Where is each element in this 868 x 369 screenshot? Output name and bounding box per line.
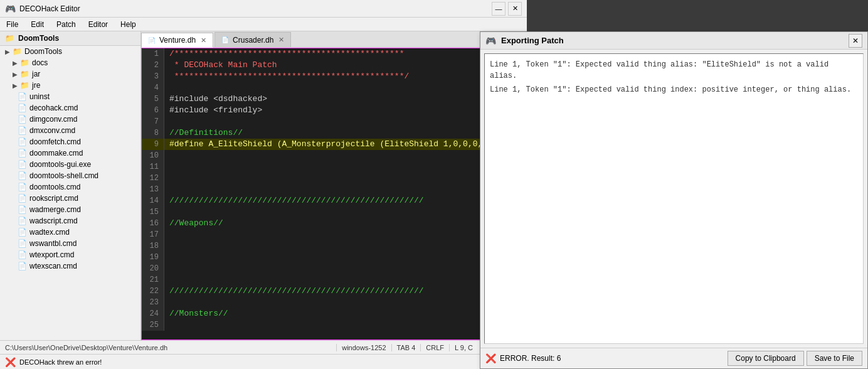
line-num: 21 [142, 274, 164, 286]
file-icon: 📄 [18, 217, 27, 225]
tree-file-wadmerge[interactable]: 📄 wadmerge.cmd [0, 204, 140, 215]
error-message: DECOHack threw an error! [19, 358, 102, 366]
tree-file-wadscript[interactable]: 📄 wadscript.cmd [0, 215, 140, 227]
dialog-title-bar: 🎮 Exporting Patch ✕ [480, 32, 867, 50]
line-num: 19 [142, 252, 164, 263]
tree-file-rookscript[interactable]: 📄 rookscript.cmd [0, 193, 140, 204]
code-line-11: 11 [142, 161, 526, 173]
tree-file-wtexscan[interactable]: 📄 wtexscan.cmd [0, 260, 140, 272]
code-editor[interactable]: 1 /*************************************… [141, 48, 527, 340]
tree-file-uninst[interactable]: 📄 uninst [0, 91, 140, 102]
tree-root-doomtools[interactable]: ▶ 📁 DoomTools [0, 46, 140, 57]
code-line-13: 13 [142, 184, 526, 195]
file-icon: 📄 [18, 194, 27, 203]
tree-label: doomfetch.cmd [29, 137, 81, 146]
tab-venture[interactable]: 📄 Venture.dh ✕ [141, 33, 213, 48]
dialog-error-line-1: Line 1, Token "1": Expected valid thing … [490, 59, 858, 82]
line-num: 15 [142, 206, 164, 218]
tab-crusader[interactable]: 📄 Crusader.dh ✕ [214, 32, 291, 47]
line-num: 2 [142, 60, 164, 71]
menu-help[interactable]: Help [114, 19, 142, 30]
code-content [164, 82, 526, 94]
tree-file-dimgconv[interactable]: 📄 dimgconv.cmd [0, 114, 140, 125]
minimize-button[interactable]: — [492, 2, 505, 16]
code-content: ////////////////////////////////////////… [164, 286, 526, 297]
status-bar: C:\Users\User\OneDrive\Desktop\Venture\V… [0, 340, 483, 354]
exporting-patch-dialog: 🎮 Exporting Patch ✕ Line 1, Token "1": E… [480, 31, 868, 369]
tree-file-doomtools[interactable]: 📄 doomtools.cmd [0, 181, 140, 193]
tree-file-dmxconv[interactable]: 📄 dmxconv.cmd [0, 125, 140, 136]
tab-close-btn[interactable]: ✕ [201, 36, 206, 45]
error-icon: ❌ [5, 357, 16, 367]
save-to-file-button[interactable]: Save to File [807, 351, 862, 366]
line-num: 7 [142, 116, 164, 127]
tree-file-wswantbl[interactable]: 📄 wswantbl.cmd [0, 238, 140, 249]
tree-folder-jar[interactable]: ▶ 📁 jar [0, 68, 140, 80]
code-line-16: 16 //Weapons// [142, 218, 526, 229]
line-num: 24 [142, 308, 164, 319]
folder-icon: 📁 [5, 34, 14, 43]
file-icon: 📄 [18, 239, 27, 248]
status-encoding: windows-1252 [336, 344, 391, 351]
expand-arrow: ▶ [13, 60, 18, 67]
menu-edit[interactable]: Edit [24, 19, 50, 30]
menu-patch[interactable]: Patch [50, 19, 82, 30]
tree-file-decohack[interactable]: 📄 decohack.cmd [0, 102, 140, 114]
line-num: 13 [142, 184, 164, 195]
tree-file-doommake[interactable]: 📄 doommake.cmd [0, 147, 140, 159]
expand-arrow: ▶ [13, 71, 18, 78]
dialog-icon: 🎮 [485, 36, 496, 46]
line-num: 11 [142, 161, 164, 173]
copy-to-clipboard-button[interactable]: Copy to Clipboard [728, 351, 804, 366]
tree-file-doomfetch[interactable]: 📄 doomfetch.cmd [0, 136, 140, 147]
file-icon: 📄 [18, 228, 27, 237]
tree-folder-docs[interactable]: ▶ 📁 docs [0, 57, 140, 68]
menu-file[interactable]: File [0, 19, 24, 30]
line-num: 16 [142, 218, 164, 229]
code-line-1: 1 /*************************************… [142, 48, 526, 60]
code-line-24: 24 //Monsters// [142, 308, 526, 319]
line-num: 17 [142, 229, 164, 240]
code-line-8: 8 //Definitions// [142, 127, 526, 139]
line-num: 20 [142, 263, 164, 274]
line-num: 10 [142, 150, 164, 161]
tree-file-wadtex[interactable]: 📄 wadtex.cmd [0, 227, 140, 238]
file-icon: 📄 [18, 262, 27, 270]
code-line-21: 21 [142, 274, 526, 286]
code-content: #include <friendly> [164, 105, 526, 116]
code-content: //Definitions// [164, 127, 526, 139]
line-num: 6 [142, 105, 164, 116]
code-line-22: 22 /////////////////////////////////////… [142, 286, 526, 297]
close-button[interactable]: ✕ [508, 2, 522, 16]
tab-close-btn[interactable]: ✕ [278, 36, 284, 44]
tree-file-doomtools-shell[interactable]: 📄 doomtools-shell.cmd [0, 170, 140, 181]
dialog-close-button[interactable]: ✕ [849, 34, 862, 48]
code-content [164, 274, 526, 286]
window-controls: — ✕ [492, 2, 522, 16]
tree-label: jar [32, 70, 40, 78]
code-content: #include <dsdhacked> [164, 94, 526, 105]
status-line-ending: CRLF [420, 344, 449, 351]
tree-label: wadscript.cmd [29, 217, 78, 225]
tree-file-doomtools-gui[interactable]: 📄 doomtools-gui.exe [0, 159, 140, 170]
code-content [164, 206, 526, 218]
code-line-19: 19 [142, 252, 526, 263]
code-line-2: 2 * DECOHack Main Patch [142, 60, 526, 71]
status-items: windows-1252 TAB 4 CRLF L 9, C [336, 344, 478, 351]
menu-editor[interactable]: Editor [82, 19, 114, 30]
line-num: 3 [142, 71, 164, 82]
code-line-4: 4 [142, 82, 526, 94]
code-line-5: 5 #include <dsdhacked> [142, 94, 526, 105]
folder-icon: 📁 [20, 58, 29, 67]
code-line-15: 15 [142, 206, 526, 218]
code-content [164, 252, 526, 263]
tree-label: dmxconv.cmd [29, 126, 75, 135]
code-content [164, 240, 526, 252]
tab-label: Crusader.dh [233, 36, 273, 45]
tree-label: rookscript.cmd [29, 194, 78, 203]
tree-folder-jre[interactable]: ▶ 📁 jre [0, 80, 140, 91]
line-num: 18 [142, 240, 164, 252]
tree-file-wtexport[interactable]: 📄 wtexport.cmd [0, 249, 140, 260]
status-path: C:\Users\User\OneDrive\Desktop\Venture\V… [5, 344, 336, 351]
sidebar-root-label: DoomTools [18, 34, 59, 43]
